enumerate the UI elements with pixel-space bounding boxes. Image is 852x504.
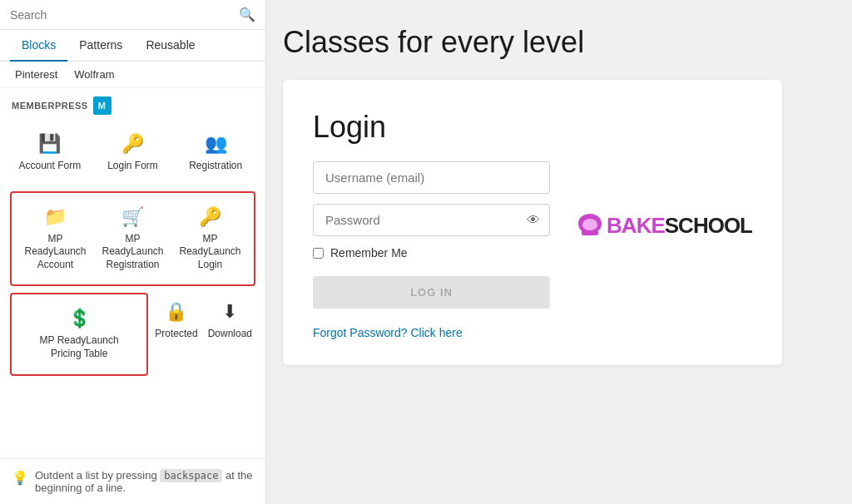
mp-account-label: MP ReadyLaunch Account (22, 233, 89, 272)
page-title: Classes for every level (283, 25, 584, 60)
registration-label: Registration (189, 160, 242, 173)
tabs-row: Blocks Patterns Reusable (0, 30, 265, 62)
memberpress-text: MEMBERPRESS (12, 101, 88, 111)
remember-me-row: Remember Me (313, 246, 550, 259)
mp-login-icon: 🔑 (199, 206, 221, 228)
tab-blocks[interactable]: Blocks (10, 30, 67, 62)
bottom-blocks-row: 💲 MP ReadyLaunch Pricing Table 🔒 Protect… (10, 293, 255, 375)
login-form-section: Login 👁 Remember Me LOG IN Forgot Passwo… (313, 110, 550, 340)
hint-text: Outdent a list by pressing backspace at … (35, 469, 254, 494)
svg-rect-1 (582, 230, 598, 235)
block-login-form[interactable]: 🔑 Login Form (93, 125, 173, 181)
remember-me-label: Remember Me (330, 246, 408, 259)
block-mp-account[interactable]: 📁 MP ReadyLaunch Account (18, 198, 92, 280)
download-label: Download (208, 328, 252, 341)
bakeschool-logo: BAKESCHOOL (575, 212, 752, 239)
mp-login-label: MP ReadyLaunch Login (176, 233, 244, 272)
block-mp-registration[interactable]: 🛒 MP ReadyLaunch Registration (96, 198, 170, 280)
memberpress-label: MEMBERPRESS m (0, 88, 265, 118)
readylaunch-group-1: 📁 MP ReadyLaunch Account 🛒 MP ReadyLaunc… (10, 191, 255, 287)
login-title: Login (313, 110, 550, 145)
search-bar: 🔍 (0, 0, 265, 30)
login-form-label: Login Form (107, 160, 158, 173)
remember-me-checkbox[interactable] (313, 248, 324, 259)
password-visibility-icon[interactable]: 👁 (527, 213, 540, 228)
mp-pricing-icon: 💲 (68, 308, 91, 329)
protected-icon: 🔒 (165, 301, 187, 323)
password-field-wrap: 👁 (313, 204, 550, 236)
readylaunch-grid-1: 📁 MP ReadyLaunch Account 🛒 MP ReadyLaunc… (12, 193, 254, 285)
download-icon: ⬇ (222, 301, 237, 323)
password-input[interactable] (313, 204, 550, 236)
username-input[interactable] (313, 161, 550, 194)
login-form-icon: 🔑 (121, 133, 144, 155)
mp-registration-icon: 🛒 (121, 206, 144, 228)
account-form-label: Account Form (18, 160, 81, 173)
login-card-inner: Login 👁 Remember Me LOG IN Forgot Passwo… (313, 110, 752, 340)
bottom-hint: 💡 Outdent a list by pressing backspace a… (0, 458, 265, 504)
hint-bulb-icon: 💡 (12, 470, 28, 486)
login-button[interactable]: LOG IN (313, 276, 550, 309)
block-download[interactable]: ⬇ Download (205, 293, 255, 349)
tab-patterns[interactable]: Patterns (67, 30, 134, 62)
left-panel: 🔍 Blocks Patterns Reusable Pinterest Wol… (0, 0, 266, 504)
block-mp-pricing[interactable]: 💲 MP ReadyLaunch Pricing Table (15, 299, 143, 368)
chef-hat-icon (575, 212, 605, 239)
right-panel: Classes for every level Login 👁 Remember… (266, 0, 852, 504)
mp-logo-icon: m (93, 96, 111, 115)
registration-icon: 👥 (205, 133, 227, 155)
mp-account-icon: 📁 (44, 206, 67, 228)
mp-pricing-label: MP ReadyLaunch Pricing Table (28, 334, 130, 360)
bake-text: BAKE (607, 215, 665, 236)
account-form-icon: 💾 (38, 133, 61, 155)
block-account-form[interactable]: 💾 Account Form (10, 125, 90, 181)
svg-point-6 (582, 219, 597, 230)
sub-tabs-row: Pinterest Wolfram (0, 62, 265, 88)
basic-blocks-grid: 💾 Account Form 🔑 Login Form 👥 Registrati… (0, 118, 265, 188)
mp-registration-label: MP ReadyLaunch Registration (99, 233, 166, 272)
forgot-password-link[interactable]: Forgot Password? Click here (313, 326, 463, 339)
protected-label: Protected (155, 328, 197, 341)
brand-logo-section: BAKESCHOOL (575, 110, 752, 340)
backspace-key: backspace (160, 469, 222, 482)
school-text: SCHOOL (665, 215, 752, 236)
block-mp-login[interactable]: 🔑 MP ReadyLaunch Login (173, 198, 247, 280)
login-card: Login 👁 Remember Me LOG IN Forgot Passwo… (283, 80, 782, 365)
search-icon[interactable]: 🔍 (239, 7, 255, 22)
tab-reusable[interactable]: Reusable (134, 30, 206, 62)
block-protected[interactable]: 🔒 Protected (151, 293, 201, 349)
readylaunch-pricing-group: 💲 MP ReadyLaunch Pricing Table (10, 293, 148, 375)
block-registration[interactable]: 👥 Registration (176, 125, 255, 181)
subtab-wolfram[interactable]: Wolfram (69, 67, 119, 82)
username-field-wrap (313, 161, 550, 194)
search-input[interactable] (10, 8, 232, 22)
subtab-pinterest[interactable]: Pinterest (10, 67, 62, 82)
